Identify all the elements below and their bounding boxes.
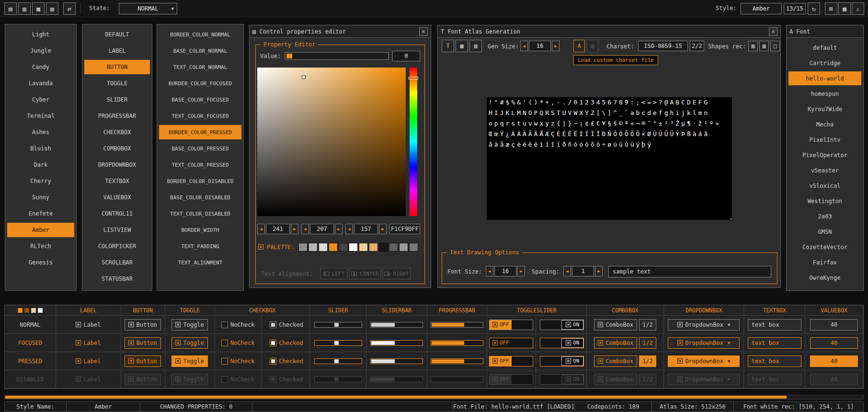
- font-item[interactable]: hello-world: [788, 71, 861, 85]
- font-item[interactable]: Kyrou7Wide: [788, 102, 861, 116]
- sample-toggle[interactable]: Toggle: [171, 337, 207, 349]
- state-dropdown[interactable]: NORMAL ▼: [119, 3, 177, 14]
- control-item[interactable]: DEFAULT: [84, 27, 150, 42]
- align-left-button[interactable]: LEFT: [320, 268, 347, 279]
- charset-file-icon[interactable]: ▥: [587, 40, 598, 52]
- toggleslider-knob[interactable]: ON: [561, 375, 583, 384]
- sample-toggleslider-on[interactable]: ON: [540, 374, 584, 385]
- sample-sliderbar[interactable]: [370, 322, 423, 328]
- arrow-right-icon[interactable]: ▶: [595, 266, 603, 276]
- align-right-button[interactable]: RIGHT: [383, 268, 411, 279]
- properties-editor-titlebar[interactable]: ▤ Control properties editor ×: [250, 25, 431, 38]
- reload-style-icon[interactable]: ↻: [808, 2, 820, 15]
- palette-swatch[interactable]: [349, 243, 358, 252]
- control-item[interactable]: CONTROL11: [84, 206, 150, 221]
- arrow-left-icon[interactable]: ◀: [257, 224, 265, 234]
- sample-sliderbar[interactable]: [370, 377, 423, 382]
- style-counter[interactable]: 13/15: [784, 3, 806, 14]
- palette-swatch[interactable]: [389, 243, 398, 252]
- theme-item[interactable]: RLTech: [7, 239, 74, 253]
- theme-item[interactable]: Bluish: [7, 141, 74, 156]
- sample-toggleslider-off[interactable]: OFF: [489, 320, 533, 330]
- arrow-left-icon[interactable]: ◀: [520, 41, 528, 51]
- slider-handle[interactable]: [334, 359, 339, 363]
- sample-combobox[interactable]: ComboBox: [594, 374, 637, 385]
- sample-toggle[interactable]: Toggle: [171, 355, 207, 367]
- toggleslider-knob[interactable]: OFF: [490, 320, 512, 330]
- palette-swatch[interactable]: [369, 243, 378, 252]
- table-image-icon[interactable]: ▦: [838, 2, 851, 15]
- property-item[interactable]: TEXT_COLOR_NORMAL: [159, 60, 241, 74]
- random-style-icon[interactable]: ⇄: [63, 2, 76, 15]
- green-value[interactable]: 207: [310, 224, 334, 234]
- theme-item[interactable]: Cyber: [7, 92, 74, 107]
- sample-valuebox[interactable]: 40: [810, 355, 858, 367]
- close-icon[interactable]: ×: [419, 27, 428, 36]
- sample-sliderbar[interactable]: [370, 340, 423, 346]
- horizontal-scrollbar[interactable]: [4, 395, 864, 400]
- sample-checkbox-checked[interactable]: Checked: [263, 352, 309, 370]
- theme-item[interactable]: Candy: [7, 60, 74, 74]
- atlas-box-icon[interactable]: ▧: [469, 40, 482, 52]
- sample-toggleslider-off[interactable]: OFF: [489, 338, 533, 348]
- toggleslider-knob[interactable]: ON: [561, 338, 583, 348]
- theme-item[interactable]: Cherry: [7, 174, 74, 188]
- font-item[interactable]: Cartridge: [788, 56, 861, 70]
- sample-slider[interactable]: [314, 377, 362, 382]
- theme-item[interactable]: Jungle: [7, 44, 74, 58]
- sample-toggleslider-off[interactable]: OFF: [489, 356, 533, 366]
- charset-select-icon[interactable]: A: [573, 40, 585, 52]
- charset-counter[interactable]: 2/2: [690, 41, 704, 51]
- sample-dropdownbox[interactable]: DropdownBox▼: [668, 319, 740, 331]
- property-item[interactable]: BASE_COLOR_FOCUSED: [159, 92, 241, 107]
- arrow-left-icon[interactable]: ◀: [486, 266, 493, 276]
- align-center-button[interactable]: CENTER: [349, 268, 381, 279]
- scrollbar-thumb[interactable]: [5, 396, 787, 399]
- property-item[interactable]: BORDER_COLOR_DISABLED: [159, 174, 241, 188]
- load-style-icon[interactable]: ▥: [18, 2, 31, 15]
- sample-combobox[interactable]: ComboBox: [594, 319, 637, 331]
- font-item[interactable]: default: [788, 41, 861, 55]
- sample-textbox[interactable]: text box: [748, 337, 801, 349]
- palette-swatch[interactable]: [359, 243, 368, 252]
- sample-textbox[interactable]: text box: [748, 319, 801, 331]
- export-style-icon[interactable]: ▧: [46, 2, 58, 15]
- sample-checkbox-checked[interactable]: Checked: [263, 334, 309, 352]
- shape-rec1-icon[interactable]: ▧: [748, 41, 758, 51]
- sample-checkbox-checked[interactable]: Checked: [263, 316, 309, 333]
- shape-rec2-icon[interactable]: ▨: [759, 41, 769, 51]
- sample-toggleslider-on[interactable]: ON: [540, 356, 584, 366]
- slider-handle[interactable]: [334, 378, 339, 381]
- sample-checkbox-unchecked[interactable]: NoCheck: [215, 334, 262, 352]
- hue-bar[interactable]: [410, 68, 417, 216]
- sample-toggle[interactable]: Toggle: [171, 374, 207, 385]
- palette-swatch[interactable]: [339, 243, 348, 252]
- close-icon[interactable]: ×: [769, 27, 777, 36]
- charset-value-box[interactable]: ISO-8859-15: [638, 41, 688, 51]
- sample-combobox[interactable]: ComboBox: [594, 355, 637, 367]
- sample-combobox[interactable]: ComboBox: [594, 337, 637, 349]
- sample-checkbox-unchecked[interactable]: NoCheck: [215, 352, 262, 370]
- sample-checkbox-checked[interactable]: Checked: [263, 370, 309, 388]
- shape-rec3-icon[interactable]: □: [770, 41, 780, 51]
- hex-color-box[interactable]: F1CF9DFF: [389, 224, 420, 234]
- palette-swatch[interactable]: [379, 243, 388, 252]
- sample-valuebox[interactable]: 40: [810, 337, 858, 349]
- arrow-right-icon[interactable]: ▶: [291, 224, 298, 234]
- sample-valuebox[interactable]: 40: [810, 319, 858, 331]
- color-cursor[interactable]: [302, 75, 306, 79]
- font-size-value[interactable]: 16: [494, 266, 516, 276]
- control-item[interactable]: SLIDER: [84, 92, 150, 107]
- theme-item[interactable]: Sunny: [7, 190, 74, 205]
- theme-item[interactable]: Genesis: [7, 255, 74, 270]
- theme-item[interactable]: Dark: [7, 158, 74, 172]
- palette-swatch[interactable]: [298, 243, 308, 252]
- property-item[interactable]: TEXT_ALIGNMENT: [159, 255, 241, 270]
- palette-swatch[interactable]: [409, 243, 418, 252]
- toggleslider-knob[interactable]: ON: [561, 320, 583, 330]
- theme-item[interactable]: Amber: [7, 223, 74, 237]
- gen-size-value[interactable]: 16: [529, 41, 551, 51]
- control-item[interactable]: DROPDOWNBOX: [84, 158, 150, 172]
- arrow-right-icon[interactable]: ▶: [517, 266, 525, 276]
- slider-handle[interactable]: [334, 323, 339, 327]
